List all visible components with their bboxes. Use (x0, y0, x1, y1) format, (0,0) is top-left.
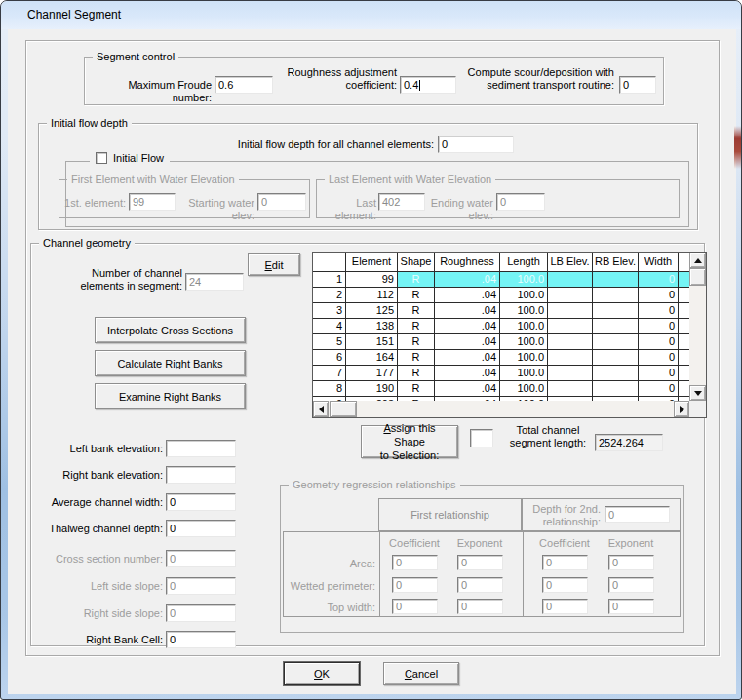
table-header-rb_elev[interactable]: RB Elev. (593, 253, 639, 272)
left-side-slope-field[interactable]: 0 (166, 577, 236, 595)
table-cell-length[interactable]: 100.0 (500, 366, 548, 381)
wetted-perimeter-exponent-2-field[interactable]: 0 (608, 577, 654, 593)
table-cell-rb_elev[interactable] (593, 334, 639, 350)
table-cell-lb_elev[interactable] (548, 381, 593, 397)
table-cell-length[interactable]: 100.0 (500, 319, 548, 334)
table-cell-length[interactable]: 100.0 (500, 350, 548, 366)
table-cell-element[interactable]: 164 (346, 350, 398, 366)
table-header-num[interactable] (313, 253, 346, 272)
table-cell-roughness[interactable]: .04 (435, 303, 500, 319)
table-cell-rb_elev[interactable] (593, 272, 639, 288)
wetted-perimeter-coefficient-2-field[interactable]: 0 (542, 577, 588, 593)
table-cell-shape[interactable]: R (398, 366, 435, 381)
num-elements-field[interactable]: 24 (185, 273, 244, 291)
table-header-width[interactable]: Width (639, 253, 679, 272)
table-cell-lb_elev[interactable] (548, 334, 593, 350)
table-cell-element[interactable]: 151 (346, 334, 398, 350)
wetted-perimeter-exponent-1-field[interactable]: 0 (457, 577, 503, 593)
ending-water-elev-field[interactable]: 0 (496, 193, 545, 211)
table-cell-rb_elev[interactable] (593, 350, 639, 366)
table-cell-num[interactable]: 7 (313, 366, 346, 381)
table-cell-lb_elev[interactable] (548, 303, 593, 319)
table-cell-width[interactable]: 0 (639, 288, 679, 303)
depth-2nd-relationship-field[interactable]: 0 (605, 506, 670, 523)
table-cell-lb_elev[interactable] (548, 288, 593, 303)
interpolate-cross-sections-button[interactable]: Interpolate Cross Sections (95, 317, 246, 343)
table-row[interactable]: 3125R.04100.00 (313, 303, 689, 319)
table-cell-roughness[interactable]: .04 (435, 288, 500, 303)
table-header-roughness[interactable]: Roughness (435, 253, 500, 272)
table-cell-shape[interactable]: R (398, 319, 435, 334)
table-cell-shape[interactable]: R (398, 288, 435, 303)
initial-flow-checkbox[interactable] (96, 152, 107, 164)
geometry-table[interactable]: ElementShapeRoughnessLengthLB Elev.RB El… (312, 252, 707, 418)
table-cell-rb_elev[interactable] (593, 366, 639, 381)
table-cell-roughness[interactable]: .04 (435, 366, 500, 381)
table-cell-width[interactable]: 0 (639, 366, 679, 381)
assign-shape-field[interactable] (470, 429, 493, 447)
table-row[interactable]: 7177R.04100.00 (313, 366, 689, 381)
scour-deposition-field[interactable]: 0 (619, 76, 656, 94)
table-cell-rb_elev[interactable] (593, 288, 639, 303)
area-coefficient-2-field[interactable]: 0 (542, 555, 588, 570)
edit-button[interactable]: Edit (248, 253, 300, 276)
table-cell-num[interactable]: 2 (313, 288, 346, 303)
table-cell-num[interactable]: 6 (313, 350, 346, 366)
starting-water-elev-field[interactable]: 0 (257, 193, 306, 211)
assign-shape-button[interactable]: Assign this Shape to Selection: (361, 425, 458, 458)
cross-section-number-field[interactable]: 0 (166, 550, 236, 567)
examine-right-banks-button[interactable]: Examine Right Banks (95, 383, 246, 409)
scroll-right-button[interactable] (674, 401, 689, 417)
area-coefficient-1-field[interactable]: 0 (392, 555, 438, 570)
table-vertical-scrollbar[interactable] (689, 253, 706, 401)
thalweg-channel-depth-field[interactable]: 0 (166, 520, 236, 537)
table-cell-rb_elev[interactable] (593, 303, 639, 319)
scroll-up-button[interactable] (689, 253, 706, 268)
table-row[interactable]: 199R.04100.00 (313, 272, 689, 288)
table-cell-num[interactable]: 3 (313, 303, 346, 319)
ok-button[interactable]: OK (284, 662, 360, 685)
table-cell-num[interactable]: 5 (313, 334, 346, 350)
table-row[interactable]: 5151R.04100.00 (313, 334, 689, 350)
table-cell-width[interactable]: 0 (639, 272, 679, 288)
table-cell-element[interactable]: 125 (346, 303, 398, 319)
table-cell-width[interactable]: 0 (639, 334, 679, 350)
top-width-coefficient-1-field[interactable]: 0 (392, 599, 438, 614)
table-cell-num[interactable]: 1 (313, 272, 346, 288)
vertical-scroll-thumb[interactable] (689, 268, 706, 286)
table-row[interactable]: 2112R.04100.00 (313, 288, 689, 303)
table-cell-width[interactable]: 0 (639, 303, 679, 319)
table-cell-lb_elev[interactable] (548, 319, 593, 334)
max-froude-field[interactable]: 0.6 (215, 76, 273, 94)
table-cell-element[interactable]: 138 (346, 319, 398, 334)
horizontal-scroll-thumb[interactable] (330, 401, 357, 417)
table-cell-roughness[interactable]: .04 (435, 381, 500, 397)
table-cell-roughness[interactable]: .04 (435, 272, 500, 288)
table-row[interactable]: 6164R.04100.00 (313, 350, 689, 366)
table-cell-element[interactable]: 190 (346, 381, 398, 397)
table-cell-length[interactable]: 100.0 (500, 288, 548, 303)
table-cell-width[interactable]: 0 (639, 381, 679, 397)
wetted-perimeter-coefficient-1-field[interactable]: 0 (392, 577, 438, 593)
average-channel-width-field[interactable]: 0 (166, 493, 236, 511)
area-exponent-1-field[interactable]: 0 (457, 555, 503, 570)
table-cell-element[interactable]: 99 (346, 272, 398, 288)
table-cell-shape[interactable]: R (398, 381, 435, 397)
table-cell-element[interactable]: 112 (346, 288, 398, 303)
table-cell-shape[interactable]: R (398, 272, 435, 288)
table-cell-num[interactable]: 8 (313, 381, 346, 397)
table-cell-roughness[interactable]: .04 (435, 350, 500, 366)
table-cell-shape[interactable]: R (398, 350, 435, 366)
table-cell-shape[interactable]: R (398, 303, 435, 319)
table-row[interactable]: 8190R.04100.00 (313, 381, 689, 397)
scroll-down-button[interactable] (689, 385, 706, 401)
table-cell-width[interactable]: 0 (639, 350, 679, 366)
table-cell-width[interactable]: 0 (639, 319, 679, 334)
table-cell-rb_elev[interactable] (593, 319, 639, 334)
cancel-button[interactable]: Cancel (383, 662, 459, 685)
table-horizontal-scrollbar[interactable] (313, 401, 689, 417)
table-cell-roughness[interactable]: .04 (435, 319, 500, 334)
table-row[interactable]: 4138R.04100.00 (313, 319, 689, 334)
table-cell-length[interactable]: 100.0 (500, 272, 548, 288)
table-header-lb_elev[interactable]: LB Elev. (548, 253, 593, 272)
